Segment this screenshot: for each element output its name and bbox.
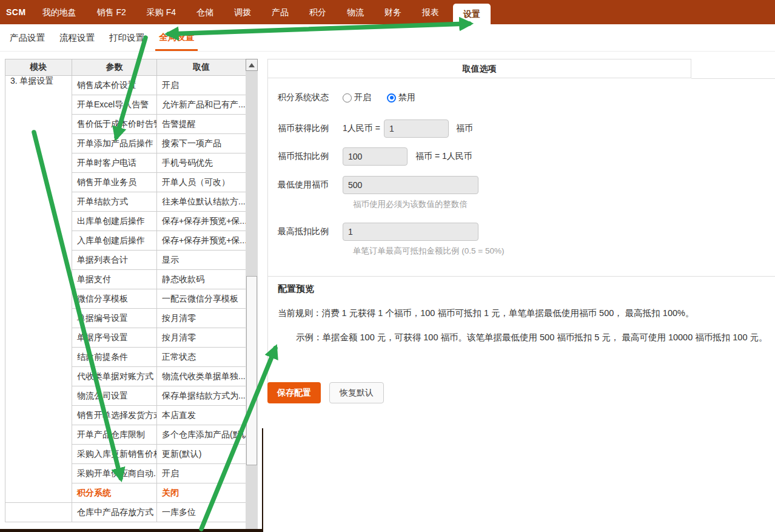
param-cell[interactable]: 积分系统	[72, 483, 157, 503]
top-nav-tab-settings-active[interactable]: 设置	[453, 4, 491, 24]
top-nav-item[interactable]: 调拨	[224, 0, 261, 24]
settings-subnav: 产品设置流程设置打印设置全局设置	[0, 24, 775, 52]
value-cell[interactable]: 保存+保存并预览+保...	[157, 231, 246, 251]
value-cell[interactable]: 开启	[157, 464, 246, 483]
save-config-button[interactable]: 保存配置	[267, 382, 321, 403]
top-nav-item[interactable]: 物流	[337, 0, 374, 24]
value-cell[interactable]: 物流代收类单据单独...	[157, 367, 246, 386]
max-ratio-input[interactable]	[343, 223, 478, 241]
value-cell[interactable]: 关闭	[157, 483, 246, 503]
table-header-row: 模块 参数 取值	[5, 59, 246, 76]
value-cell[interactable]: 允许新产品和已有产...	[157, 95, 246, 115]
value-cell[interactable]: 一配云微信分享模板	[157, 289, 246, 309]
param-cell[interactable]: 仓库中产品存放方式	[72, 503, 157, 522]
top-nav-item[interactable]: 我的地盘	[32, 0, 87, 24]
param-cell[interactable]: 采购入库更新销售价格	[72, 445, 157, 464]
param-cell[interactable]: 售价低于成本价时告警	[72, 115, 157, 134]
rule-text: 消费 1 元获得 1 个福币，100 福币可抵扣 1 元，单笔单据最低使用福币 …	[322, 308, 694, 318]
value-cell[interactable]: 搜索下一项产品	[157, 134, 246, 153]
min-use-row: 最低使用福币	[278, 176, 478, 194]
param-cell[interactable]: 销售开单选择发货方式	[72, 406, 157, 425]
param-cell[interactable]: 单据序号设置	[72, 328, 157, 348]
radio-label-disable[interactable]: 禁用	[398, 92, 415, 103]
radio-label-enable[interactable]: 开启	[354, 92, 371, 103]
preview-heading: 配置预览	[278, 283, 314, 295]
preview-example-line: 示例：单据金额 100 元，可获得 100 福币。该笔单据最低使用 500 福币…	[278, 332, 775, 343]
top-nav-item[interactable]: 积分	[299, 0, 337, 24]
value-cell[interactable]: 一库多位	[157, 503, 246, 522]
deduct-ratio-input[interactable]	[343, 147, 408, 166]
value-cell[interactable]: 多个仓库添加产品(默认)	[157, 425, 246, 445]
value-cell[interactable]: 本店直发	[157, 406, 246, 425]
panel-header-line	[691, 78, 775, 79]
value-cell[interactable]: 按月清零	[157, 328, 246, 348]
param-cell[interactable]: 销售开单业务员	[72, 173, 157, 192]
table-scrollbar[interactable]	[246, 59, 258, 532]
radio-option-enable[interactable]: 开启	[343, 92, 371, 103]
value-cell[interactable]: 显示	[157, 251, 246, 270]
table-row[interactable]: 3. 单据设置销售成本价设置开启	[5, 76, 246, 95]
min-use-input[interactable]	[343, 176, 478, 194]
top-nav-item[interactable]: 采购 F4	[136, 0, 186, 24]
param-cell[interactable]: 单据支付	[72, 270, 157, 289]
top-nav-item[interactable]: SCM	[5, 0, 32, 24]
example-label: 示例：	[296, 332, 323, 342]
radio-icon-disable[interactable]	[387, 93, 396, 103]
param-cell[interactable]: 开单产品仓库限制	[72, 425, 157, 445]
top-nav-item[interactable]: 报表	[412, 0, 449, 24]
preview-rule-line: 当前规则：消费 1 元获得 1 个福币，100 福币可抵扣 1 元，单笔单据最低…	[278, 308, 775, 319]
radio-icon-enable[interactable]	[343, 93, 352, 103]
param-cell[interactable]: 销售成本价设置	[72, 76, 157, 95]
module-cell: 3. 单据设置	[5, 76, 72, 503]
header-value: 取值	[157, 59, 246, 76]
param-cell[interactable]: 微信分享模板	[72, 289, 157, 309]
radio-option-disable[interactable]: 禁用	[387, 92, 415, 103]
top-nav-item[interactable]: 仓储	[186, 0, 224, 24]
max-ratio-row: 最高抵扣比例	[278, 223, 478, 241]
top-nav-item[interactable]: 销售 F2	[87, 0, 136, 24]
param-cell[interactable]: 开单添加产品后操作	[72, 134, 157, 153]
panel-left-border	[267, 78, 268, 388]
param-cell[interactable]: 采购开单供应商自动...	[72, 464, 157, 483]
top-nav-item[interactable]: 产品	[261, 0, 299, 24]
value-cell[interactable]: 正常状态	[157, 348, 246, 367]
gain-ratio-unit: 福币	[456, 123, 473, 134]
param-cell[interactable]: 物流公司设置	[72, 386, 157, 406]
param-cell[interactable]: 开单Excel导入告警	[72, 95, 157, 115]
param-cell[interactable]: 开单时客户电话	[72, 153, 157, 173]
value-cell[interactable]: 保存单据结款方式为...	[157, 386, 246, 406]
table-row[interactable]: 仓库中产品存放方式一库多位	[5, 503, 246, 522]
value-cell[interactable]: 保存+保存并预览+保...	[157, 212, 246, 231]
param-cell[interactable]: 出库单创建后操作	[72, 212, 157, 231]
value-cell[interactable]: 开单人员（可改）	[157, 173, 246, 192]
param-cell[interactable]: 代收类单据对账方式	[72, 367, 157, 386]
param-cell[interactable]: 结款前提条件	[72, 348, 157, 367]
min-use-hint: 福币使用必须为该数值的整数倍	[353, 199, 468, 210]
param-cell[interactable]: 开单结款方式	[72, 192, 157, 212]
value-cell[interactable]: 静态收款码	[157, 270, 246, 289]
subnav-item[interactable]: 流程设置	[56, 24, 98, 51]
subnav-item-active[interactable]: 全局设置	[155, 24, 198, 51]
points-status-row: 积分系统状态 开启 禁用	[278, 92, 431, 104]
gain-ratio-input[interactable]	[384, 120, 449, 138]
window-bottom-edge	[0, 529, 263, 532]
restore-default-button[interactable]: 恢复默认	[329, 382, 384, 403]
gain-ratio-prefix: 1人民币 =	[343, 123, 384, 134]
value-cell[interactable]: 手机号码优先	[157, 153, 246, 173]
module-table-pane: 模块 参数 取值 3. 单据设置销售成本价设置开启开单Excel导入告警允许新产…	[5, 59, 246, 532]
param-cell[interactable]: 单据列表合计	[72, 251, 157, 270]
scrollbar-up-button[interactable]	[246, 59, 258, 71]
subnav-item[interactable]: 产品设置	[6, 24, 49, 51]
value-cell[interactable]: 往来单位默认结款方...	[157, 192, 246, 212]
top-nav-item[interactable]: 财务	[374, 0, 412, 24]
panel-title: 取值选项	[267, 59, 691, 78]
value-cell[interactable]: 告警提醒	[157, 115, 246, 134]
module-table: 模块 参数 取值 3. 单据设置销售成本价设置开启开单Excel导入告警允许新产…	[5, 59, 246, 522]
value-cell[interactable]: 开启	[157, 76, 246, 95]
value-cell[interactable]: 更新(默认)	[157, 445, 246, 464]
scrollbar-thumb[interactable]	[246, 276, 257, 465]
value-cell[interactable]: 按月清零	[157, 309, 246, 328]
param-cell[interactable]: 入库单创建后操作	[72, 231, 157, 251]
param-cell[interactable]: 单据编号设置	[72, 309, 157, 328]
subnav-item[interactable]: 打印设置	[106, 24, 148, 51]
